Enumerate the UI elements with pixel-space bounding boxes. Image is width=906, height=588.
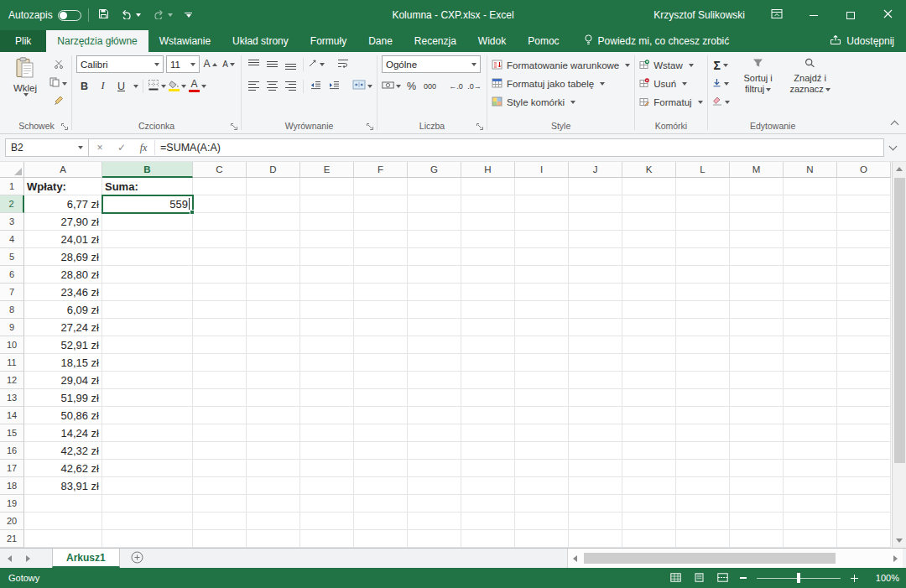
cell-E2[interactable] [300,195,354,213]
cell-K7[interactable] [622,284,676,301]
cell-B21[interactable] [102,530,193,548]
cell-G15[interactable] [408,424,461,442]
column-header-H[interactable]: H [461,162,515,178]
autosum-button[interactable]: Σ [712,57,730,73]
underline-button[interactable]: U [113,78,129,95]
cell-I10[interactable] [515,336,569,354]
cell-J11[interactable] [569,354,622,372]
cell-I1[interactable] [515,178,569,195]
sort-filter-button[interactable]: Sortuj i filtruj [735,55,782,120]
format-painter-button[interactable] [49,94,67,110]
cell-D12[interactable] [247,372,300,389]
cell-D8[interactable] [247,301,300,319]
cell-N8[interactable] [784,301,837,319]
share-button[interactable]: Udostępnij [830,30,894,52]
cell-J13[interactable] [569,389,622,407]
cell-N12[interactable] [784,372,837,389]
cell-H6[interactable] [461,266,515,284]
previous-sheet-button[interactable] [0,549,18,568]
cell-K8[interactable] [622,301,676,319]
cell-N2[interactable] [784,195,837,213]
cell-G18[interactable] [408,477,461,495]
underline-caret[interactable] [133,85,138,88]
increase-font-button[interactable]: A [202,56,218,73]
cell-K15[interactable] [622,424,676,442]
cell-I7[interactable] [515,284,569,301]
conditional-formatting-button[interactable]: Formatowanie warunkowe [492,57,630,74]
cell-L1[interactable] [676,178,730,195]
cell-N3[interactable] [784,213,837,231]
cell-F7[interactable] [354,284,408,301]
cell-E1[interactable] [300,178,354,195]
cell-M21[interactable] [730,530,784,548]
cell-C10[interactable] [193,336,247,354]
cell-D6[interactable] [247,266,300,284]
cell-F9[interactable] [354,319,408,336]
cell-G2[interactable] [408,195,461,213]
row-header-14[interactable]: 14 [0,407,24,424]
cell-H20[interactable] [461,513,515,530]
cell-G10[interactable] [408,336,461,354]
cell-D15[interactable] [247,424,300,442]
decrease-decimal-button[interactable]: .0→ [466,78,482,95]
zoom-slider-thumb[interactable] [797,573,800,583]
copy-button[interactable] [49,75,67,91]
redo-button[interactable] [150,8,175,23]
cell-D2[interactable] [247,195,300,213]
cell-I4[interactable] [515,231,569,248]
cell-N18[interactable] [784,477,837,495]
cell-N15[interactable] [784,424,837,442]
cell-O1[interactable] [837,178,891,195]
cell-E4[interactable] [300,231,354,248]
row-header-8[interactable]: 8 [0,301,24,319]
cell-G12[interactable] [408,372,461,389]
number-format-select[interactable]: Ogólne [382,55,481,73]
cell-O18[interactable] [837,477,891,495]
cell-M2[interactable] [730,195,784,213]
cell-H14[interactable] [461,407,515,424]
cell-C7[interactable] [193,284,247,301]
cell-D18[interactable] [247,477,300,495]
scroll-right-arrow[interactable] [888,549,903,568]
zoom-in-button[interactable] [846,570,862,586]
cell-I14[interactable] [515,407,569,424]
cell-K3[interactable] [622,213,676,231]
align-center-button[interactable] [264,78,280,95]
cell-K1[interactable] [622,178,676,195]
cell-N16[interactable] [784,442,837,460]
cell-I19[interactable] [515,495,569,513]
cell-M17[interactable] [730,460,784,477]
cell-J16[interactable] [569,442,622,460]
cell-O11[interactable] [837,354,891,372]
tab-formuły[interactable]: Formuły [299,30,357,52]
column-header-C[interactable]: C [193,162,247,178]
cell-K5[interactable] [622,248,676,266]
cell-B7[interactable] [102,284,193,301]
cell-N6[interactable] [784,266,837,284]
cell-C13[interactable] [193,389,247,407]
tell-me-box[interactable]: Powiedz mi, co chcesz zrobić [584,30,730,52]
cell-A18[interactable]: 83,91 zł [24,477,102,495]
row-header-9[interactable]: 9 [0,319,24,336]
cell-L19[interactable] [676,495,730,513]
cell-E3[interactable] [300,213,354,231]
borders-button[interactable] [148,78,166,95]
paste-button[interactable]: Wklej [6,55,44,120]
cell-G19[interactable] [408,495,461,513]
cell-L17[interactable] [676,460,730,477]
cell-K12[interactable] [622,372,676,389]
fill-color-button[interactable] [169,78,186,95]
cell-M20[interactable] [730,513,784,530]
row-header-3[interactable]: 3 [0,213,24,231]
cell-B16[interactable] [102,442,193,460]
cell-G11[interactable] [408,354,461,372]
clear-button[interactable] [712,94,730,110]
cell-O8[interactable] [837,301,891,319]
cell-O17[interactable] [837,460,891,477]
cell-E21[interactable] [300,530,354,548]
cell-H2[interactable] [461,195,515,213]
align-top-button[interactable] [246,56,262,73]
column-header-J[interactable]: J [569,162,622,178]
decrease-indent-button[interactable] [308,78,324,95]
cell-D11[interactable] [247,354,300,372]
